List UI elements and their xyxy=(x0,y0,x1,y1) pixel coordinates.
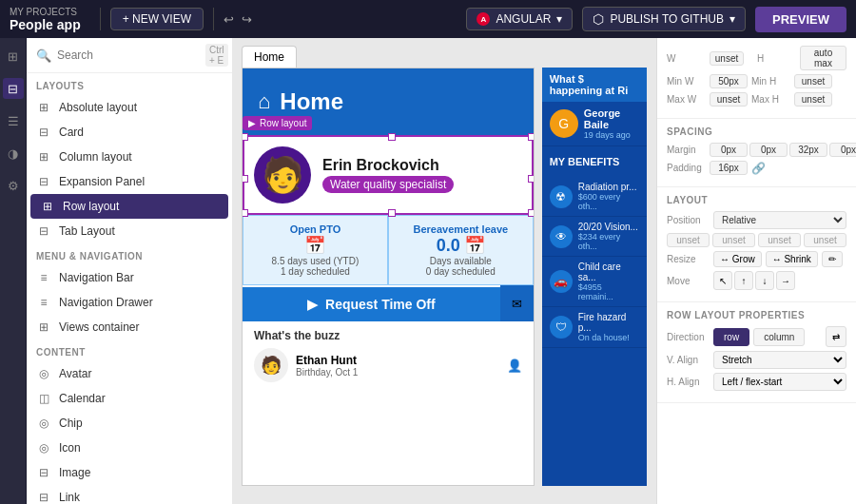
shrink-button[interactable]: ↔ Shrink xyxy=(766,251,818,267)
sidebar-item-navbar[interactable]: ≡ Navigation Bar xyxy=(27,265,232,290)
sidebar-item-link[interactable]: ⊟ Link xyxy=(27,485,232,504)
tab-layout-label: Tab Layout xyxy=(59,224,115,238)
email-button[interactable]: ✉ xyxy=(500,285,534,321)
direction-column-button[interactable]: column xyxy=(753,328,805,346)
padding-value[interactable]: 16px xyxy=(710,161,748,175)
min-w-value[interactable]: 50px xyxy=(710,74,748,88)
sidebar-item-row[interactable]: ⊞ Row layout xyxy=(30,194,228,219)
padding-link-icon[interactable]: 🔗 xyxy=(751,162,766,175)
buzz-person-info: Ethan Hunt Birthday, Oct 1 xyxy=(296,354,358,378)
canvas-tab-home[interactable]: Home xyxy=(242,46,297,68)
v-align-select[interactable]: Stretch Center Flex-start Flex-end xyxy=(713,351,846,369)
canvas-frame: ⌂ Home ▶ Row layout xyxy=(242,68,535,486)
margin-top[interactable]: 0px xyxy=(710,143,748,157)
search-bar: 🔍 Ctrl + E xyxy=(27,38,232,73)
search-input[interactable] xyxy=(57,48,200,62)
min-width-height-row: Min W 50px Min H unset xyxy=(667,74,846,88)
margin-left[interactable]: 0px xyxy=(829,143,856,157)
avatar-label: Avatar xyxy=(59,367,91,380)
row-layout-badge: ▶ Row layout xyxy=(243,116,312,130)
publish-button[interactable]: ⬡ PUBLISH TO GITHUB ▾ xyxy=(582,7,746,31)
theme-icon[interactable]: ◑ xyxy=(3,143,24,164)
margin-bottom[interactable]: 32px xyxy=(789,143,827,157)
calendar-label: Calendar xyxy=(59,392,106,405)
data-icon[interactable]: ☰ xyxy=(3,110,24,131)
layers-icon[interactable]: ⊞ xyxy=(3,46,24,67)
settings-icon[interactable]: ⚙ xyxy=(3,175,24,196)
position-select[interactable]: Relative Absolute Fixed xyxy=(713,211,846,229)
direction-row-button[interactable]: row xyxy=(713,328,749,346)
max-h-value[interactable]: unset xyxy=(794,92,832,107)
sidebar-item-image[interactable]: ⊟ Image xyxy=(27,460,232,485)
topbar: MY PROJECTS People app + NEW VIEW ↩ ↪ A … xyxy=(0,0,856,38)
row-layout-label: Row layout xyxy=(63,200,119,213)
benefit-label-2: 20/20 Vision... xyxy=(578,222,639,232)
layouts-header: LAYOUTS xyxy=(27,73,232,95)
move-up-left-button[interactable]: ↖ xyxy=(713,271,732,290)
dimensions-section: W unset H auto max Min W 50px Min H unse… xyxy=(657,38,856,119)
handle-bm xyxy=(388,209,396,217)
new-view-button[interactable]: + NEW VIEW xyxy=(110,8,204,30)
sidebar-item-drawer[interactable]: ≡ Navigation Drawer xyxy=(27,290,232,315)
redo-icon[interactable]: ↪ xyxy=(242,12,252,27)
resize-edit-button[interactable]: ✏ xyxy=(822,251,843,267)
navbar-label: Navigation Bar xyxy=(59,271,134,284)
handle-tm xyxy=(388,133,396,141)
sidebar-item-avatar[interactable]: ◎ Avatar xyxy=(27,361,232,386)
handle-tl xyxy=(242,133,248,141)
bereavement-calendar-icon: 📅 xyxy=(464,235,485,256)
move-buttons: ↖ ↑ ↓ → xyxy=(713,271,795,290)
benefit-item-4: 🛡 Fire hazard p... On da house! xyxy=(542,307,647,348)
sidebar-item-calendar[interactable]: ◫ Calendar xyxy=(27,386,232,411)
margin-right[interactable]: 0px xyxy=(749,143,788,157)
unset-bottom[interactable]: unset xyxy=(758,233,801,247)
sidebar-item-chip[interactable]: ◎ Chip xyxy=(27,411,232,436)
github-icon: ⬡ xyxy=(593,11,604,27)
preview-person-item: G George Baile 19 days ago xyxy=(542,102,647,146)
direction-label: Direction xyxy=(667,332,710,342)
preview-person-text: George Baile 19 days ago xyxy=(584,107,639,140)
move-down-button[interactable]: ↓ xyxy=(755,271,774,290)
buzz-person-icon: 👤 xyxy=(507,359,522,373)
h-align-select[interactable]: Left / flex-start Center Right / flex-en… xyxy=(713,373,846,391)
angular-selector[interactable]: A ANGULAR ▾ xyxy=(466,8,573,30)
project-info: MY PROJECTS People app xyxy=(10,7,81,32)
sidebar-item-views[interactable]: ⊞ Views container xyxy=(27,315,232,339)
sidebar-item-column[interactable]: ⊞ Column layout xyxy=(27,145,232,169)
h-value[interactable]: auto max xyxy=(800,46,846,70)
preview-button[interactable]: PREVIEW xyxy=(755,7,846,32)
handle-tr xyxy=(528,133,535,141)
icon-component-icon: ◎ xyxy=(36,440,51,456)
sidebar-item-tab[interactable]: ⊟ Tab Layout xyxy=(27,219,232,243)
move-right-button[interactable]: → xyxy=(776,271,795,290)
benefit-label-4: Fire hazard p... xyxy=(578,312,639,333)
components-icon[interactable]: ⊟ xyxy=(3,78,24,99)
request-time-off-button[interactable]: ▶ Request Time Off xyxy=(243,287,500,321)
undo-icon[interactable]: ↩ xyxy=(224,12,234,27)
pto-open-box: Open PTO 📅 8.5 days used (YTD) 1 day sch… xyxy=(243,215,388,285)
w-value[interactable]: unset xyxy=(710,51,744,66)
max-w-value[interactable]: unset xyxy=(710,92,748,107)
preview-person-avatar: G xyxy=(550,109,578,138)
unset-left[interactable]: unset xyxy=(804,233,846,247)
min-h-value[interactable]: unset xyxy=(794,74,832,88)
benefit-icon-2: 👁 xyxy=(550,225,573,248)
grow-button[interactable]: ↔ Grow xyxy=(713,251,762,267)
days-available: Days available xyxy=(397,256,525,266)
swap-button[interactable]: ⇄ xyxy=(826,326,846,347)
move-up-button[interactable]: ↑ xyxy=(734,271,753,290)
width-height-row: W unset H auto max xyxy=(667,46,846,70)
unset-right[interactable]: unset xyxy=(712,233,755,247)
profile-section[interactable]: 🧑 Erin Brockovich Water quality speciali… xyxy=(243,135,534,215)
angular-label: ANGULAR xyxy=(496,12,551,26)
canvas-area: Home ⌂ Home ▶ Row layout xyxy=(232,38,656,504)
handle-br xyxy=(528,209,535,217)
sidebar-item-icon[interactable]: ◎ Icon xyxy=(27,436,232,460)
sidebar-item-card[interactable]: ⊟ Card xyxy=(27,120,232,145)
sidebar-item-absolute[interactable]: ⊞ Absolute layout xyxy=(27,95,232,120)
padding-label: Padding xyxy=(667,163,710,173)
request-arrow-icon: ▶ xyxy=(307,297,318,312)
h-align-row: H. Align Left / flex-start Center Right … xyxy=(667,373,846,391)
sidebar-item-expansion[interactable]: ⊟ Expansion Panel xyxy=(27,169,232,194)
unset-top[interactable]: unset xyxy=(667,233,710,247)
